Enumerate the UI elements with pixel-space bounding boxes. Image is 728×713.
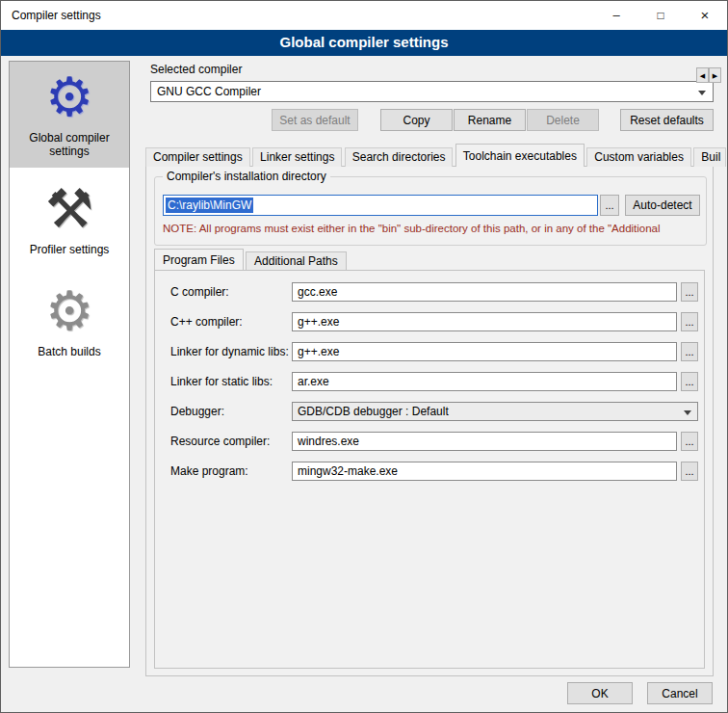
- tab-linker-settings[interactable]: Linker settings: [252, 147, 342, 167]
- tab-program-files[interactable]: Program Files: [154, 249, 244, 270]
- tab-toolchain-executables[interactable]: Toolchain executables: [455, 144, 585, 167]
- static-linker-browse-button[interactable]: ...: [681, 372, 698, 391]
- make-program-browse-button[interactable]: ...: [681, 462, 698, 481]
- form-row-dynamic-linker: Linker for dynamic libs: g++.exe ...: [155, 342, 704, 363]
- chevron-down-icon: [698, 91, 706, 95]
- settings-tabbar: Compiler settings Linker settings Search…: [145, 144, 726, 167]
- window-title: Compiler settings: [12, 9, 101, 22]
- c-compiler-browse-button[interactable]: ...: [681, 282, 698, 302]
- form-row-debugger: Debugger: GDB/CDB debugger : Default: [155, 402, 704, 423]
- form-row-make-program: Make program: mingw32-make.exe ...: [155, 462, 704, 483]
- toolchain-executables-panel: Compiler's installation directory C:\ray…: [145, 166, 714, 676]
- dynamic-linker-input[interactable]: g++.exe: [292, 342, 677, 361]
- installation-directory-group-title: Compiler's installation directory: [163, 170, 330, 183]
- installation-directory-input[interactable]: C:\raylib\MinGW: [163, 195, 598, 216]
- sidebar-item-label: Batch builds: [12, 345, 127, 358]
- tab-search-directories[interactable]: Search directories: [345, 147, 454, 167]
- c-compiler-label: C compiler:: [170, 285, 229, 299]
- resource-compiler-browse-button[interactable]: ...: [681, 432, 698, 451]
- debugger-label: Debugger:: [170, 405, 224, 418]
- c-compiler-input[interactable]: gcc.exe: [292, 282, 677, 302]
- make-program-input[interactable]: mingw32-make.exe: [292, 462, 677, 481]
- program-files-panel: C compiler: gcc.exe ... C++ compiler: g+…: [154, 270, 705, 669]
- reset-defaults-button[interactable]: Reset defaults: [620, 109, 714, 131]
- delete-button: Delete: [527, 109, 599, 131]
- selected-compiler-label: Selected compiler: [150, 63, 242, 76]
- cpp-compiler-label: C++ compiler:: [170, 315, 243, 329]
- tab-custom-variables[interactable]: Custom variables: [586, 147, 691, 167]
- bin-subdirectory-note: NOTE: All programs must exist either in …: [163, 223, 698, 234]
- static-linker-input[interactable]: ar.exe: [292, 372, 677, 391]
- cpp-compiler-input[interactable]: g++.exe: [292, 312, 677, 331]
- compiler-select-value: GNU GCC Compiler: [157, 85, 261, 98]
- chevron-down-icon: [684, 410, 691, 415]
- gear-icon: ⚙: [12, 67, 127, 127]
- sidebar-item-batch-builds[interactable]: ⚙ Batch builds: [10, 276, 129, 368]
- tab-scroll-right-icon[interactable]: ▶: [709, 67, 721, 83]
- debugger-select[interactable]: GDB/CDB debugger : Default: [292, 402, 698, 421]
- make-program-label: Make program:: [170, 464, 248, 478]
- installation-directory-group: Compiler's installation directory C:\ray…: [154, 176, 707, 246]
- dialog-header: Global compiler settings: [1, 30, 727, 56]
- tab-compiler-settings[interactable]: Compiler settings: [145, 147, 250, 167]
- ok-button[interactable]: OK: [567, 682, 633, 704]
- titlebar: Compiler settings – □ ×: [1, 1, 727, 30]
- form-row-static-linker: Linker for static libs: ar.exe ...: [155, 372, 704, 393]
- cancel-button[interactable]: Cancel: [647, 682, 713, 704]
- rename-button[interactable]: Rename: [454, 109, 526, 131]
- close-icon[interactable]: ×: [683, 1, 727, 30]
- resource-compiler-input[interactable]: windres.exe: [292, 432, 677, 451]
- static-linker-label: Linker for static libs:: [170, 375, 273, 388]
- dynamic-linker-label: Linker for dynamic libs:: [170, 345, 289, 358]
- sidebar-item-label: Global compiler settings: [12, 131, 127, 158]
- batch-gears-icon: ⚙: [12, 281, 127, 341]
- copy-button[interactable]: Copy: [380, 109, 453, 131]
- profiler-tool-icon: ⚒: [12, 179, 127, 239]
- form-row-cpp-compiler: C++ compiler: g++.exe ...: [155, 312, 704, 333]
- cpp-compiler-browse-button[interactable]: ...: [681, 312, 698, 331]
- maximize-icon[interactable]: □: [638, 1, 683, 30]
- installation-directory-value: C:\raylib\MinGW: [166, 198, 253, 213]
- resource-compiler-label: Resource compiler:: [170, 435, 270, 448]
- form-row-c-compiler: C compiler: gcc.exe ...: [155, 282, 704, 304]
- directory-browse-button[interactable]: ...: [600, 195, 619, 216]
- main-panel: Selected compiler GNU GCC Compiler Set a…: [141, 61, 721, 677]
- tab-build-options-truncated[interactable]: Buil: [693, 147, 726, 167]
- compiler-settings-window: Compiler settings – □ × Global compiler …: [0, 0, 728, 713]
- tab-additional-paths[interactable]: Additional Paths: [246, 251, 347, 270]
- settings-sidebar: ⚙ Global compiler settings ⚒ Profiler se…: [9, 61, 130, 668]
- program-files-tabbar: Program Files Additional Paths: [154, 249, 347, 270]
- sidebar-item-profiler-settings[interactable]: ⚒ Profiler settings: [10, 173, 129, 266]
- debugger-select-value: GDB/CDB debugger : Default: [298, 405, 449, 418]
- auto-detect-button[interactable]: Auto-detect: [625, 195, 700, 216]
- sidebar-item-global-compiler-settings[interactable]: ⚙ Global compiler settings: [10, 62, 129, 168]
- dynamic-linker-browse-button[interactable]: ...: [681, 342, 698, 361]
- set-as-default-button: Set as default: [272, 109, 358, 131]
- tab-scroll-left-icon[interactable]: ◀: [696, 67, 709, 83]
- form-row-resource-compiler: Resource compiler: windres.exe ...: [155, 432, 704, 453]
- compiler-select[interactable]: GNU GCC Compiler: [150, 81, 714, 102]
- sidebar-item-label: Profiler settings: [12, 243, 127, 256]
- minimize-icon[interactable]: –: [594, 1, 638, 30]
